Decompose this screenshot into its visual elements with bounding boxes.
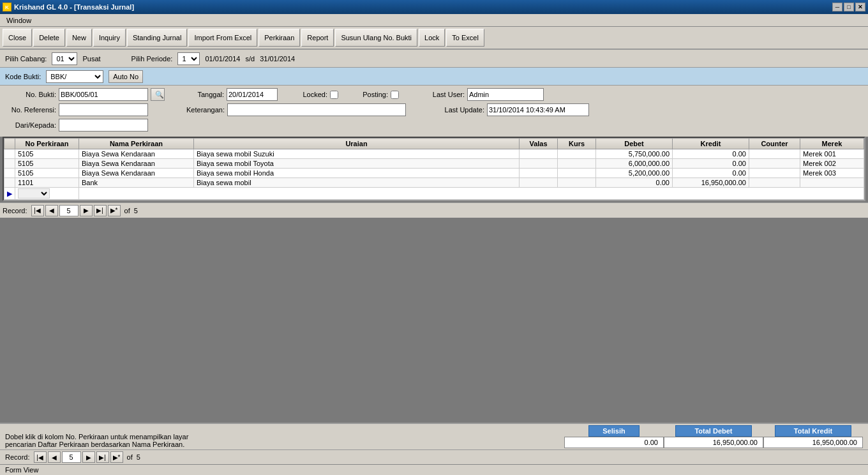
total-debet-label: Total Debet <box>675 425 752 437</box>
row-debet[interactable]: 5,200,000.00 <box>596 169 673 178</box>
nav-prev-button[interactable]: ◀ <box>45 205 58 216</box>
row-kurs[interactable] <box>558 169 596 178</box>
row-kredit[interactable]: 16,950,000.00 <box>673 178 749 188</box>
row-no-perkiraan[interactable]: 5105 <box>15 149 79 159</box>
nav-next-button[interactable]: ▶ <box>80 205 93 216</box>
row-merek[interactable]: Merek 002 <box>800 159 864 169</box>
nav-new-button[interactable]: ▶* <box>108 205 121 216</box>
row-debet[interactable]: 6,000,000.00 <box>596 159 673 169</box>
no-referensi-input[interactable] <box>59 103 148 116</box>
maximize-button[interactable]: □ <box>844 3 854 11</box>
row-kredit[interactable]: 0.00 <box>673 159 749 169</box>
lock-button[interactable]: Lock <box>419 29 445 47</box>
col-nama-perkiraan: Nama Perkiraan <box>79 139 194 149</box>
row-uraian[interactable]: Biaya sewa mobil Toyota <box>194 159 520 169</box>
dari-kepada-input[interactable] <box>59 119 148 132</box>
record-nav: Record: |◀ ◀ ▶ ▶| ▶* of 5 <box>0 202 868 218</box>
tanggal-input[interactable] <box>227 88 278 101</box>
close-button[interactable]: Close <box>3 29 32 47</box>
date-from: 01/01/2014 <box>205 55 240 63</box>
new-row-no-perkiraan[interactable] <box>15 188 79 200</box>
row-valas[interactable] <box>520 159 558 169</box>
table-row[interactable]: 1101 Bank Biaya sewa mobil 0.00 16,950,0… <box>4 178 864 188</box>
delete-button[interactable]: Delete <box>33 29 65 47</box>
col-valas: Valas <box>520 139 558 149</box>
menu-window[interactable]: Window <box>3 15 35 26</box>
to-excel-button[interactable]: To Excel <box>446 29 484 47</box>
standing-jurnal-button[interactable]: Standing Jurnal <box>127 29 187 47</box>
selisih-label: Selisih <box>588 425 640 437</box>
row-valas[interactable] <box>520 169 558 178</box>
row-kredit[interactable]: 0.00 <box>673 149 749 159</box>
row-valas[interactable] <box>520 178 558 188</box>
locked-checkbox[interactable] <box>330 91 338 99</box>
nav-first-button[interactable]: |◀ <box>31 205 44 216</box>
form-row-3: Dari/Kepada: <box>5 119 863 132</box>
row-counter[interactable] <box>749 178 800 188</box>
bottom-nav-next-button[interactable]: ▶ <box>82 451 95 463</box>
row-kurs[interactable] <box>558 149 596 159</box>
row-kurs[interactable] <box>558 178 596 188</box>
close-window-button[interactable]: ✕ <box>855 3 865 11</box>
row-kredit[interactable]: 0.00 <box>673 169 749 178</box>
last-user-label: Last User: <box>423 91 465 98</box>
susun-ulang-button[interactable]: Susun Ulang No. Bukti <box>335 29 417 47</box>
tanggal-label: Tanggal: <box>189 91 224 98</box>
new-button[interactable]: New <box>66 29 92 47</box>
row-kurs[interactable] <box>558 159 596 169</box>
perkiraan-button[interactable]: Perkiraan <box>258 29 300 47</box>
row-no-perkiraan[interactable]: 5105 <box>15 159 79 169</box>
inquiry-button[interactable]: Inquiry <box>93 29 126 47</box>
title-bar: K Krishand GL 4.0 - [Transaksi Jurnal] ─… <box>0 0 868 14</box>
new-row-select[interactable] <box>18 188 50 199</box>
bottom-nav-new-button[interactable]: ▶* <box>110 451 123 463</box>
row-counter[interactable] <box>749 149 800 159</box>
data-table-container: No Perkiraan Nama Perkiraan Uraian Valas… <box>3 137 865 201</box>
no-bukti-input[interactable] <box>59 88 148 101</box>
total-kredit-col: Total Kredit <box>763 425 863 448</box>
table-row[interactable]: 5105 Biaya Sewa Kendaraan Biaya sewa mob… <box>4 169 864 178</box>
kode-bukti-select[interactable]: BBK/ <box>46 70 103 83</box>
toolbar: Close Delete New Inquiry Standing Jurnal… <box>0 27 868 50</box>
posting-checkbox[interactable] <box>391 91 399 99</box>
no-bukti-search-button[interactable]: 🔍 <box>151 88 165 101</box>
row-valas[interactable] <box>520 149 558 159</box>
table-row[interactable]: 5105 Biaya Sewa Kendaraan Biaya sewa mob… <box>4 149 864 159</box>
table-row[interactable]: 5105 Biaya Sewa Kendaraan Biaya sewa mob… <box>4 159 864 169</box>
record-current-input[interactable] <box>59 205 79 216</box>
bottom-record-current-input[interactable] <box>62 451 81 463</box>
kode-bukti-row: Kode Bukti: BBK/ Auto No <box>0 68 868 86</box>
new-row-empty <box>79 188 864 200</box>
bottom-nav-last-button[interactable]: ▶| <box>96 451 109 463</box>
import-excel-button[interactable]: Import From Excel <box>188 29 257 47</box>
periode-select[interactable]: 1 <box>177 52 200 65</box>
row-debet[interactable]: 0.00 <box>596 178 673 188</box>
row-counter[interactable] <box>749 169 800 178</box>
row-debet[interactable]: 5,750,000.00 <box>596 149 673 159</box>
periode-label: Pilih Periode: <box>131 55 173 63</box>
form-fields: No. Bukti: 🔍 Tanggal: Locked: Posting: L… <box>0 86 868 137</box>
row-merek[interactable]: Merek 003 <box>800 169 864 178</box>
cabang-select[interactable]: 01 <box>52 52 77 65</box>
keterangan-input[interactable] <box>227 103 406 116</box>
report-button[interactable]: Report <box>301 29 334 47</box>
cabang-name: Pusat <box>82 55 100 63</box>
row-counter[interactable] <box>749 159 800 169</box>
row-merek[interactable] <box>800 178 864 188</box>
row-uraian[interactable]: Biaya sewa mobil Suzuki <box>194 149 520 159</box>
row-uraian[interactable]: Biaya sewa mobil <box>194 178 520 188</box>
bottom-nav-prev-button[interactable]: ◀ <box>48 451 61 463</box>
row-uraian[interactable]: Biaya sewa mobil Honda <box>194 169 520 178</box>
col-kurs: Kurs <box>558 139 596 149</box>
nav-last-button[interactable]: ▶| <box>94 205 107 216</box>
selisih-col: Selisih <box>564 425 664 448</box>
row-no-perkiraan[interactable]: 1101 <box>15 178 79 188</box>
auto-no-button[interactable]: Auto No <box>108 70 143 83</box>
minimize-button[interactable]: ─ <box>832 3 842 11</box>
row-no-perkiraan[interactable]: 5105 <box>15 169 79 178</box>
row-merek[interactable]: Merek 001 <box>800 149 864 159</box>
record-total: 5 <box>134 207 138 215</box>
bottom-nav-first-button[interactable]: |◀ <box>34 451 47 463</box>
new-row[interactable]: ▶ <box>4 188 864 200</box>
keterangan-label: Keterangan: <box>186 106 225 114</box>
